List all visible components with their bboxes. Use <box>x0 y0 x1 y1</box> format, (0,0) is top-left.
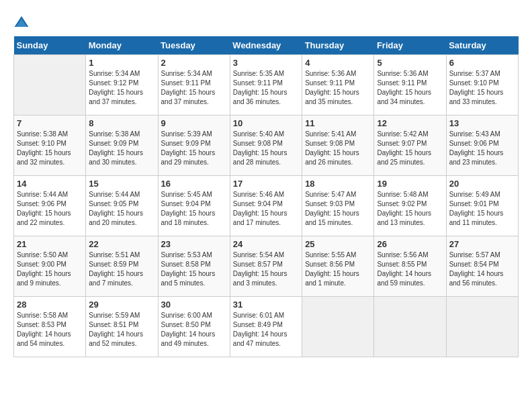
day-number: 23 <box>161 239 227 249</box>
day-number: 15 <box>89 179 154 189</box>
day-info: Sunrise: 5:53 AM Sunset: 8:58 PM Dayligh… <box>161 250 227 288</box>
calendar-cell: 28Sunrise: 5:58 AM Sunset: 8:53 PM Dayli… <box>14 297 86 357</box>
calendar-cell: 23Sunrise: 5:53 AM Sunset: 8:58 PM Dayli… <box>158 236 230 297</box>
calendar-cell: 20Sunrise: 5:49 AM Sunset: 9:01 PM Dayli… <box>446 176 518 236</box>
day-number: 13 <box>449 118 515 128</box>
calendar-cell: 8Sunrise: 5:38 AM Sunset: 9:09 PM Daylig… <box>86 116 158 176</box>
day-number: 3 <box>233 58 299 68</box>
day-number: 5 <box>377 58 443 68</box>
day-number: 27 <box>449 239 515 249</box>
calendar-cell: 14Sunrise: 5:44 AM Sunset: 9:06 PM Dayli… <box>14 176 86 236</box>
calendar-cell: 18Sunrise: 5:47 AM Sunset: 9:03 PM Dayli… <box>302 176 374 236</box>
header-sunday: Sunday <box>14 36 86 55</box>
calendar-cell: 26Sunrise: 5:56 AM Sunset: 8:55 PM Dayli… <box>374 236 446 297</box>
day-info: Sunrise: 5:59 AM Sunset: 8:51 PM Dayligh… <box>89 311 154 349</box>
day-number: 9 <box>161 118 227 128</box>
week-row-3: 14Sunrise: 5:44 AM Sunset: 9:06 PM Dayli… <box>14 176 519 236</box>
day-info: Sunrise: 5:36 AM Sunset: 9:11 PM Dayligh… <box>377 69 443 107</box>
calendar-cell: 24Sunrise: 5:54 AM Sunset: 8:57 PM Dayli… <box>230 236 302 297</box>
day-number: 24 <box>233 239 299 249</box>
day-number: 20 <box>449 179 515 189</box>
calendar-cell: 22Sunrise: 5:51 AM Sunset: 8:59 PM Dayli… <box>86 236 158 297</box>
day-info: Sunrise: 5:54 AM Sunset: 8:57 PM Dayligh… <box>233 250 299 288</box>
day-info: Sunrise: 5:38 AM Sunset: 9:09 PM Dayligh… <box>89 130 154 167</box>
day-number: 17 <box>233 179 299 189</box>
day-info: Sunrise: 5:46 AM Sunset: 9:04 PM Dayligh… <box>233 190 299 228</box>
day-info: Sunrise: 5:55 AM Sunset: 8:56 PM Dayligh… <box>305 250 371 288</box>
day-info: Sunrise: 5:37 AM Sunset: 9:10 PM Dayligh… <box>449 69 515 107</box>
calendar-cell: 1Sunrise: 5:34 AM Sunset: 9:12 PM Daylig… <box>86 55 158 116</box>
week-row-4: 21Sunrise: 5:50 AM Sunset: 9:00 PM Dayli… <box>14 236 519 297</box>
calendar-cell: 10Sunrise: 5:40 AM Sunset: 9:08 PM Dayli… <box>230 116 302 176</box>
day-number: 4 <box>305 58 371 68</box>
day-number: 16 <box>161 179 227 189</box>
calendar-cell: 15Sunrise: 5:44 AM Sunset: 9:05 PM Dayli… <box>86 176 158 236</box>
day-info: Sunrise: 5:49 AM Sunset: 9:01 PM Dayligh… <box>449 190 515 228</box>
day-info: Sunrise: 5:58 AM Sunset: 8:53 PM Dayligh… <box>17 311 83 349</box>
calendar-table: SundayMondayTuesdayWednesdayThursdayFrid… <box>13 36 519 357</box>
header-monday: Monday <box>86 36 158 55</box>
day-number: 10 <box>233 118 299 128</box>
calendar-cell: 13Sunrise: 5:43 AM Sunset: 9:06 PM Dayli… <box>446 116 518 176</box>
day-info: Sunrise: 5:36 AM Sunset: 9:11 PM Dayligh… <box>305 69 371 107</box>
logo-icon <box>13 13 30 30</box>
calendar-cell: 7Sunrise: 5:38 AM Sunset: 9:10 PM Daylig… <box>14 116 86 176</box>
day-info: Sunrise: 5:35 AM Sunset: 9:11 PM Dayligh… <box>233 69 299 107</box>
day-number: 31 <box>233 300 299 310</box>
day-info: Sunrise: 5:42 AM Sunset: 9:07 PM Dayligh… <box>377 130 443 167</box>
calendar-cell: 5Sunrise: 5:36 AM Sunset: 9:11 PM Daylig… <box>374 55 446 116</box>
calendar-cell: 12Sunrise: 5:42 AM Sunset: 9:07 PM Dayli… <box>374 116 446 176</box>
day-info: Sunrise: 5:48 AM Sunset: 9:02 PM Dayligh… <box>377 190 443 228</box>
header-friday: Friday <box>374 36 446 55</box>
calendar-cell: 9Sunrise: 5:39 AM Sunset: 9:09 PM Daylig… <box>158 116 230 176</box>
day-number: 28 <box>17 300 83 310</box>
day-number: 7 <box>17 118 83 128</box>
day-info: Sunrise: 6:01 AM Sunset: 8:49 PM Dayligh… <box>233 311 299 349</box>
calendar-cell <box>446 297 518 357</box>
day-number: 19 <box>377 179 443 189</box>
day-info: Sunrise: 5:41 AM Sunset: 9:08 PM Dayligh… <box>305 130 371 167</box>
day-info: Sunrise: 5:56 AM Sunset: 8:55 PM Dayligh… <box>377 250 443 288</box>
calendar-cell: 4Sunrise: 5:36 AM Sunset: 9:11 PM Daylig… <box>302 55 374 116</box>
calendar-cell <box>302 297 374 357</box>
day-info: Sunrise: 5:45 AM Sunset: 9:04 PM Dayligh… <box>161 190 227 228</box>
day-number: 14 <box>17 179 83 189</box>
day-number: 12 <box>377 118 443 128</box>
day-number: 26 <box>377 239 443 249</box>
calendar-cell: 31Sunrise: 6:01 AM Sunset: 8:49 PM Dayli… <box>230 297 302 357</box>
calendar-cell <box>374 297 446 357</box>
header-tuesday: Tuesday <box>158 36 230 55</box>
calendar-cell: 3Sunrise: 5:35 AM Sunset: 9:11 PM Daylig… <box>230 55 302 116</box>
day-info: Sunrise: 5:40 AM Sunset: 9:08 PM Dayligh… <box>233 130 299 167</box>
day-number: 11 <box>305 118 371 128</box>
day-number: 8 <box>89 118 154 128</box>
day-number: 29 <box>89 300 154 310</box>
calendar-cell: 25Sunrise: 5:55 AM Sunset: 8:56 PM Dayli… <box>302 236 374 297</box>
day-info: Sunrise: 5:34 AM Sunset: 9:11 PM Dayligh… <box>161 69 227 107</box>
calendar-cell: 2Sunrise: 5:34 AM Sunset: 9:11 PM Daylig… <box>158 55 230 116</box>
day-info: Sunrise: 5:44 AM Sunset: 9:05 PM Dayligh… <box>89 190 154 228</box>
calendar-cell: 27Sunrise: 5:57 AM Sunset: 8:54 PM Dayli… <box>446 236 518 297</box>
header-wednesday: Wednesday <box>230 36 302 55</box>
calendar-cell: 11Sunrise: 5:41 AM Sunset: 9:08 PM Dayli… <box>302 116 374 176</box>
calendar-cell: 17Sunrise: 5:46 AM Sunset: 9:04 PM Dayli… <box>230 176 302 236</box>
day-info: Sunrise: 5:34 AM Sunset: 9:12 PM Dayligh… <box>89 69 154 107</box>
day-number: 2 <box>161 58 227 68</box>
day-number: 6 <box>449 58 515 68</box>
day-info: Sunrise: 6:00 AM Sunset: 8:50 PM Dayligh… <box>161 311 227 349</box>
week-row-5: 28Sunrise: 5:58 AM Sunset: 8:53 PM Dayli… <box>14 297 519 357</box>
header-saturday: Saturday <box>446 36 518 55</box>
calendar-cell: 16Sunrise: 5:45 AM Sunset: 9:04 PM Dayli… <box>158 176 230 236</box>
day-info: Sunrise: 5:39 AM Sunset: 9:09 PM Dayligh… <box>161 130 227 167</box>
calendar-cell: 19Sunrise: 5:48 AM Sunset: 9:02 PM Dayli… <box>374 176 446 236</box>
day-info: Sunrise: 5:38 AM Sunset: 9:10 PM Dayligh… <box>17 130 83 167</box>
header-thursday: Thursday <box>302 36 374 55</box>
calendar-header-row: SundayMondayTuesdayWednesdayThursdayFrid… <box>14 36 519 55</box>
calendar-cell: 6Sunrise: 5:37 AM Sunset: 9:10 PM Daylig… <box>446 55 518 116</box>
calendar-cell: 30Sunrise: 6:00 AM Sunset: 8:50 PM Dayli… <box>158 297 230 357</box>
day-number: 25 <box>305 239 371 249</box>
calendar-cell: 29Sunrise: 5:59 AM Sunset: 8:51 PM Dayli… <box>86 297 158 357</box>
calendar-cell <box>14 55 86 116</box>
day-info: Sunrise: 5:47 AM Sunset: 9:03 PM Dayligh… <box>305 190 371 228</box>
day-info: Sunrise: 5:43 AM Sunset: 9:06 PM Dayligh… <box>449 130 515 167</box>
